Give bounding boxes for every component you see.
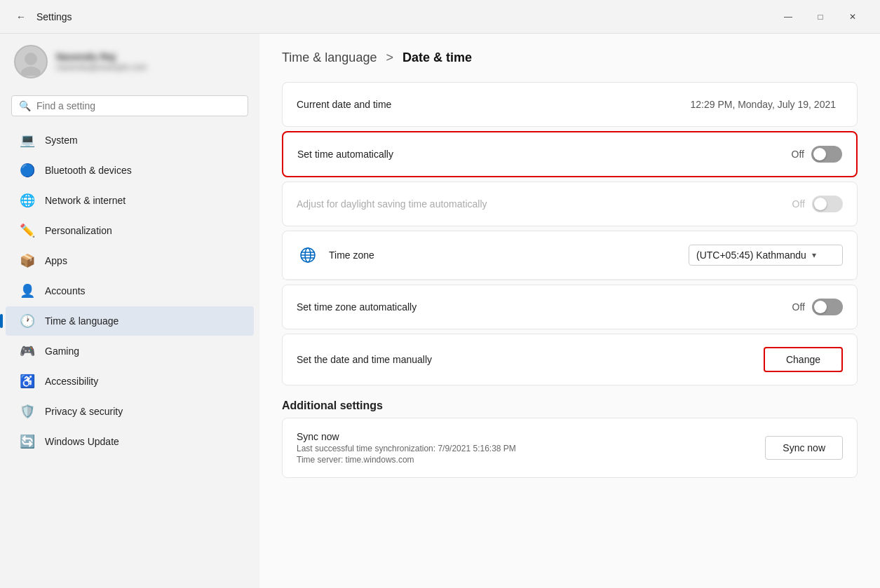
- nav-label-accounts: Accounts: [45, 285, 86, 296]
- minimize-icon: —: [784, 12, 792, 22]
- chevron-down-icon: ▾: [812, 250, 816, 260]
- set-time-auto-row: Set time automatically Off: [283, 132, 856, 176]
- sync-title: Sync now: [297, 431, 765, 442]
- nav-icon-network: 🌐: [20, 193, 35, 208]
- nav-icon-bluetooth: 🔵: [20, 163, 35, 178]
- set-time-auto-card: Set time automatically Off: [282, 131, 858, 177]
- sidebar-item-network[interactable]: 🌐 Network & internet: [6, 186, 254, 215]
- timezone-label: Time zone: [329, 249, 689, 261]
- set-manually-card: Set the date and time manually Change: [282, 334, 858, 385]
- breadcrumb-current: Date & time: [402, 50, 472, 64]
- toggle-thumb: [813, 148, 826, 160]
- nav-icon-system: 💻: [20, 132, 35, 148]
- current-datetime-label: Current date and time: [297, 99, 690, 110]
- avatar: [14, 45, 48, 78]
- breadcrumb: Time & language > Date & time: [282, 50, 472, 64]
- sync-info: Sync now Last successful time synchroniz…: [297, 431, 765, 465]
- search-wrap: 🔍: [0, 90, 259, 125]
- nav-icon-gaming: 🎮: [20, 343, 35, 359]
- nav-label-privacy-security: Privacy & security: [45, 406, 123, 417]
- timezone-row: Time zone (UTC+05:45) Kathmandu ▾: [283, 231, 857, 280]
- sidebar-item-apps[interactable]: 📦 Apps: [6, 246, 254, 275]
- user-name: Navendu Raj: [56, 51, 147, 62]
- set-manually-row: Set the date and time manually Change: [283, 334, 857, 385]
- nav-icon-apps: 📦: [20, 253, 35, 268]
- timezone-card: Time zone (UTC+05:45) Kathmandu ▾: [282, 231, 858, 280]
- adjust-daylight-row: Adjust for daylight saving time automati…: [283, 182, 857, 226]
- nav-icon-windows-update: 🔄: [20, 434, 35, 449]
- sync-now-button[interactable]: Sync now: [765, 436, 843, 460]
- nav-label-bluetooth: Bluetooth & devices: [45, 165, 132, 176]
- set-timezone-auto-label: Set time zone automatically: [297, 301, 792, 313]
- titlebar: ← Settings — □ ✕: [0, 0, 880, 34]
- search-icon: 🔍: [19, 100, 31, 111]
- nav-icon-time-language: 🕐: [20, 313, 35, 329]
- change-button[interactable]: Change: [764, 347, 843, 372]
- adjust-daylight-label: Adjust for daylight saving time automati…: [297, 198, 792, 210]
- svg-point-0: [25, 53, 37, 65]
- current-datetime-card: Current date and time 12:29 PM, Monday, …: [282, 82, 858, 127]
- nav-icon-accounts: 👤: [20, 283, 35, 299]
- sidebar-item-bluetooth[interactable]: 🔵 Bluetooth & devices: [6, 156, 254, 185]
- sidebar-item-accessibility[interactable]: ♿ Accessibility: [6, 367, 254, 396]
- sidebar-item-system[interactable]: 💻 System: [6, 125, 254, 155]
- sidebar: Navendu Raj navendu@example.com 🔍 💻 Syst…: [0, 34, 259, 588]
- toggle-thumb-disabled: [814, 198, 827, 210]
- nav-label-accessibility: Accessibility: [45, 376, 98, 387]
- sidebar-item-privacy-security[interactable]: 🛡️ Privacy & security: [6, 397, 254, 426]
- sync-subtitle-2: Time server: time.windows.com: [297, 455, 765, 465]
- breadcrumb-parent: Time & language: [282, 50, 377, 64]
- set-time-auto-toggle[interactable]: [811, 146, 842, 163]
- nav-label-personalization: Personalization: [45, 225, 112, 236]
- set-timezone-auto-row: Set time zone automatically Off: [283, 285, 857, 329]
- adjust-daylight-toggle: [812, 196, 843, 212]
- toggle-thumb-2: [814, 301, 827, 313]
- globe-icon: [297, 244, 319, 266]
- page-header: Time & language > Date & time: [282, 50, 858, 65]
- nav-icon-privacy-security: 🛡️: [20, 404, 35, 419]
- back-button[interactable]: ←: [11, 7, 31, 27]
- user-profile: Navendu Raj navendu@example.com: [0, 34, 259, 90]
- set-time-auto-value: Off: [792, 149, 804, 160]
- sync-row: Sync now Last successful time synchroniz…: [283, 418, 857, 477]
- nav-icon-personalization: ✏️: [20, 223, 35, 238]
- user-info: Navendu Raj navendu@example.com: [56, 51, 147, 72]
- set-timezone-auto-card: Set time zone automatically Off: [282, 285, 858, 329]
- set-manually-label: Set the date and time manually: [297, 354, 764, 365]
- sync-subtitle-1: Last successful time synchronization: 7/…: [297, 444, 765, 453]
- window-controls: — □ ✕: [772, 6, 869, 28]
- nav-label-windows-update: Windows Update: [45, 436, 119, 447]
- search-input[interactable]: [36, 100, 241, 111]
- set-timezone-auto-value: Off: [792, 301, 805, 313]
- nav-label-gaming: Gaming: [45, 346, 79, 357]
- breadcrumb-sep: >: [386, 50, 393, 64]
- sidebar-item-accounts[interactable]: 👤 Accounts: [6, 276, 254, 306]
- main-content: Time & language > Date & time Current da…: [259, 34, 880, 588]
- nav-icon-accessibility: ♿: [20, 374, 35, 389]
- app-title: Settings: [36, 11, 72, 22]
- maximize-button[interactable]: □: [804, 6, 837, 28]
- timezone-value: (UTC+05:45) Kathmandu: [696, 249, 806, 261]
- sidebar-item-time-language[interactable]: 🕐 Time & language: [6, 306, 254, 336]
- maximize-icon: □: [818, 12, 823, 22]
- nav-label-system: System: [45, 135, 78, 146]
- set-time-auto-label: Set time automatically: [297, 149, 792, 160]
- svg-point-1: [21, 67, 41, 76]
- sidebar-item-gaming[interactable]: 🎮 Gaming: [6, 336, 254, 366]
- sidebar-item-personalization[interactable]: ✏️ Personalization: [6, 216, 254, 245]
- set-timezone-auto-toggle[interactable]: [812, 299, 843, 315]
- close-icon: ✕: [849, 12, 856, 22]
- close-button[interactable]: ✕: [837, 6, 869, 28]
- app-body: Navendu Raj navendu@example.com 🔍 💻 Syst…: [0, 34, 880, 588]
- back-icon: ←: [16, 11, 26, 22]
- minimize-button[interactable]: —: [772, 6, 804, 28]
- current-datetime-value: 12:29 PM, Monday, July 19, 2021: [690, 99, 836, 110]
- search-box[interactable]: 🔍: [11, 95, 248, 116]
- nav-label-time-language: Time & language: [45, 315, 119, 327]
- current-datetime-row: Current date and time 12:29 PM, Monday, …: [283, 83, 857, 126]
- sidebar-item-windows-update[interactable]: 🔄 Windows Update: [6, 427, 254, 456]
- nav-list: 💻 System 🔵 Bluetooth & devices 🌐 Network…: [0, 125, 259, 588]
- adjust-daylight-value: Off: [792, 198, 805, 210]
- user-email: navendu@example.com: [56, 62, 147, 72]
- timezone-select[interactable]: (UTC+05:45) Kathmandu ▾: [689, 245, 843, 266]
